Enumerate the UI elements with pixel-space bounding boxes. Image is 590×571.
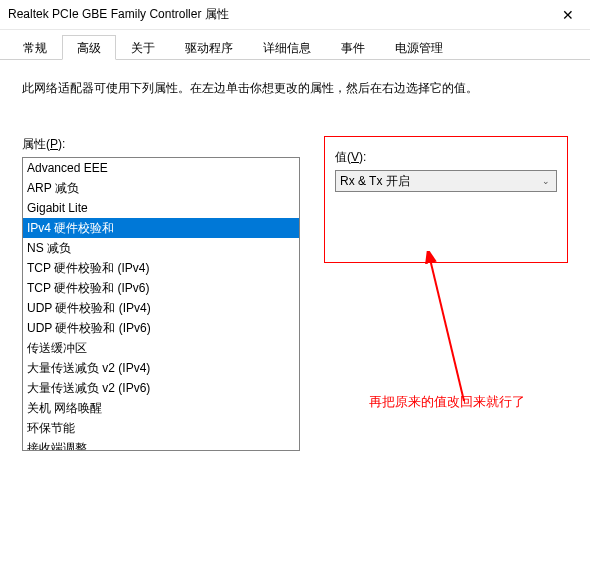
window-title: Realtek PCIe GBE Family Controller 属性 [8,6,545,23]
tab-power[interactable]: 电源管理 [380,35,458,60]
list-item[interactable]: Advanced EEE [23,158,299,178]
chevron-down-icon: ⌄ [538,173,554,189]
tab-driver[interactable]: 驱动程序 [170,35,248,60]
list-item[interactable]: IPv4 硬件校验和 [23,218,299,238]
list-item[interactable]: TCP 硬件校验和 (IPv6) [23,278,299,298]
tab-about[interactable]: 关于 [116,35,170,60]
columns: 属性(P): Advanced EEEARP 减负Gigabit LiteIPv… [22,136,568,451]
list-item[interactable]: UDP 硬件校验和 (IPv4) [23,298,299,318]
list-item[interactable]: TCP 硬件校验和 (IPv4) [23,258,299,278]
value-dropdown-text: Rx & Tx 开启 [340,173,410,190]
description-text: 此网络适配器可使用下列属性。在左边单击你想更改的属性，然后在右边选择它的值。 [22,78,568,98]
list-item[interactable]: 关机 网络唤醒 [23,398,299,418]
svg-line-0 [430,259,464,401]
tab-general[interactable]: 常规 [8,35,62,60]
list-item[interactable]: 环保节能 [23,418,299,438]
list-item[interactable]: 传送缓冲区 [23,338,299,358]
close-icon: ✕ [562,7,574,23]
tab-details[interactable]: 详细信息 [248,35,326,60]
list-item[interactable]: UDP 硬件校验和 (IPv6) [23,318,299,338]
property-label: 属性(P): [22,136,300,153]
tabstrip: 常规 高级 关于 驱动程序 详细信息 事件 电源管理 [0,30,590,60]
list-item[interactable]: NS 减负 [23,238,299,258]
value-column: 值(V): Rx & Tx 开启 ⌄ 再把原来的值改回来就行了 [324,136,568,451]
annotation-text: 再把原来的值改回来就行了 [369,393,525,411]
close-button[interactable]: ✕ [545,0,590,30]
tab-content: 此网络适配器可使用下列属性。在左边单击你想更改的属性，然后在右边选择它的值。 属… [0,60,590,469]
list-item[interactable]: 大量传送减负 v2 (IPv4) [23,358,299,378]
value-label: 值(V): [335,149,557,166]
titlebar: Realtek PCIe GBE Family Controller 属性 ✕ [0,0,590,30]
annotation-box: 值(V): Rx & Tx 开启 ⌄ [324,136,568,263]
property-listbox[interactable]: Advanced EEEARP 减负Gigabit LiteIPv4 硬件校验和… [22,157,300,451]
list-item[interactable]: ARP 减负 [23,178,299,198]
list-item[interactable]: 大量传送减负 v2 (IPv6) [23,378,299,398]
annotation-arrow [424,251,544,411]
value-dropdown[interactable]: Rx & Tx 开启 ⌄ [335,170,557,192]
tab-advanced[interactable]: 高级 [62,35,116,60]
list-item[interactable]: Gigabit Lite [23,198,299,218]
list-item[interactable]: 接收端调整 [23,438,299,451]
tab-events[interactable]: 事件 [326,35,380,60]
property-column: 属性(P): Advanced EEEARP 减负Gigabit LiteIPv… [22,136,300,451]
